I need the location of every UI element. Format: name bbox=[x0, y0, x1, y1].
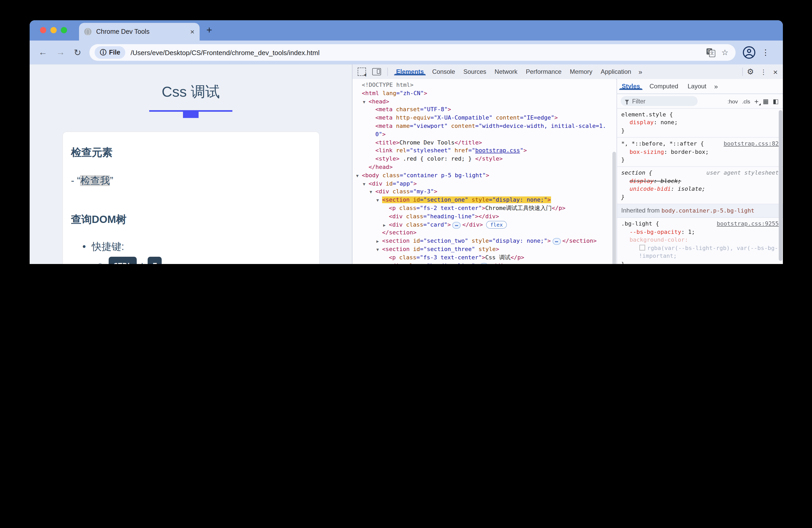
toolbar-separator bbox=[387, 68, 388, 76]
sub-list-item: CTRL + F bbox=[98, 257, 310, 264]
ellipsis-badge[interactable]: … bbox=[452, 222, 461, 229]
sidebar-toggle-icon[interactable]: ◧ bbox=[773, 98, 779, 105]
tab-close-icon[interactable]: × bbox=[190, 28, 194, 36]
file-chip-label: File bbox=[109, 49, 120, 56]
css-property[interactable]: box-sizing: border-box; bbox=[621, 148, 779, 156]
collapse-arrow-icon[interactable]: ▼ bbox=[376, 246, 379, 254]
css-property[interactable]: --bs-bg-opacity: 1; bbox=[621, 228, 779, 236]
dom-tree-line[interactable]: <!DOCTYPE html> bbox=[352, 81, 613, 89]
devtools-tab-console[interactable]: Console bbox=[428, 68, 459, 75]
stylesheet-source-link[interactable]: bootstrap.css:82 bbox=[720, 140, 779, 148]
css-property[interactable]: !important; bbox=[621, 252, 779, 260]
minimize-window-button[interactable] bbox=[50, 27, 57, 33]
dom-tree-line[interactable]: </head> bbox=[352, 163, 613, 172]
dom-tree-line[interactable]: <title>Chrome Dev Tools</title> bbox=[352, 138, 613, 147]
dom-tree-line[interactable]: <meta name="viewport" content="width=dev… bbox=[352, 122, 613, 130]
content-card: 检查元素 - “检查我” 查询DOM树 快捷键:CTRL + FCommand … bbox=[62, 131, 319, 264]
css-rule[interactable]: section {user agent stylesheetdisplay: b… bbox=[617, 167, 783, 204]
dom-tree-line[interactable]: <div class="heading-line"></div> bbox=[352, 212, 613, 221]
css-property[interactable]: display: none; bbox=[621, 119, 779, 127]
dom-tree-line[interactable]: ▶<div class="card">…</div>flex bbox=[352, 221, 613, 229]
flex-badge[interactable]: flex bbox=[486, 221, 507, 229]
collapse-arrow-icon[interactable]: ▼ bbox=[369, 188, 372, 197]
expand-arrow-icon[interactable]: ▶ bbox=[376, 237, 379, 246]
close-window-button[interactable] bbox=[40, 27, 46, 33]
collapse-arrow-icon[interactable]: ▼ bbox=[363, 180, 365, 188]
elements-vertical-scrollbar[interactable] bbox=[612, 152, 616, 264]
dom-tree-line[interactable]: <p class="fs-3 text-center">Css 调试</p> bbox=[352, 253, 613, 262]
tab-strip: Chrome Dev Tools × + bbox=[30, 20, 783, 41]
translate-icon[interactable]: G文 bbox=[707, 48, 715, 57]
dom-tree-line[interactable]: ▶<section id="section_two" style="displa… bbox=[352, 237, 613, 245]
file-scheme-chip[interactable]: ⓘ File bbox=[95, 46, 126, 59]
zoom-window-button[interactable] bbox=[61, 27, 67, 33]
dom-tree-line[interactable]: <p class="fs-2 text-center">Chrome调试工具快速… bbox=[352, 204, 613, 212]
kbd-key: F bbox=[148, 257, 162, 264]
dom-tree-line[interactable]: ▼<section id="section_one" style="displa… bbox=[352, 196, 613, 204]
reload-icon[interactable]: ↻ bbox=[74, 47, 81, 58]
dom-tree-line[interactable]: <meta charset="UTF-8"> bbox=[352, 106, 613, 114]
dom-tree-line[interactable]: ▼<section id="section_three" style> bbox=[352, 245, 613, 254]
dom-tree-line[interactable]: <html lang="zh-CN"> bbox=[352, 89, 613, 98]
css-property[interactable]: unicode-bidi: isolate; bbox=[621, 185, 779, 193]
devtools-tab-performance[interactable]: Performance bbox=[522, 68, 566, 75]
devtools-menu-kebab-icon[interactable]: ⋮ bbox=[760, 68, 767, 76]
styles-more-tabs-icon[interactable]: » bbox=[711, 82, 721, 90]
new-style-rule-icon[interactable]: + bbox=[754, 97, 758, 105]
back-icon[interactable]: ← bbox=[39, 47, 47, 58]
browser-menu-kebab-icon[interactable]: ⋮ bbox=[762, 48, 770, 57]
settings-gear-icon[interactable]: ⚙ bbox=[747, 67, 754, 76]
rendering-emulation-icon[interactable]: ▦ bbox=[763, 98, 769, 105]
expand-arrow-icon[interactable]: ▶ bbox=[383, 221, 386, 230]
dom-tree-line[interactable]: 0"> bbox=[352, 130, 613, 139]
toggle-class-button[interactable]: .cls bbox=[742, 98, 750, 104]
device-toolbar-icon[interactable] bbox=[372, 68, 381, 75]
ellipsis-badge[interactable]: … bbox=[552, 238, 561, 245]
css-property[interactable]: display: block; bbox=[621, 177, 779, 185]
stylesheet-source-link[interactable]: bootstrap.css:9255 bbox=[713, 220, 779, 228]
inspect-element-icon[interactable] bbox=[358, 68, 366, 76]
css-property[interactable]: background-color: bbox=[621, 236, 779, 244]
collapse-arrow-icon[interactable]: ▼ bbox=[363, 98, 365, 106]
bookmark-star-icon[interactable]: ☆ bbox=[722, 48, 728, 57]
devtools-tab-elements[interactable]: Elements bbox=[392, 68, 428, 75]
dom-tree-line[interactable]: ▶<div class="heading-line">…</div> bbox=[352, 262, 613, 264]
transparent-color-swatch[interactable] bbox=[639, 245, 645, 250]
browser-tab[interactable]: Chrome Dev Tools × bbox=[79, 23, 200, 41]
dom-tree-line[interactable]: ▼<div id="app"> bbox=[352, 179, 613, 188]
css-property[interactable]: rgba(var(--bs-light-rgb), var(--bs-bg- bbox=[621, 244, 779, 252]
sidebar-tab-styles[interactable]: Styles bbox=[617, 82, 645, 90]
more-tabs-icon[interactable]: » bbox=[635, 68, 645, 76]
collapse-arrow-icon[interactable]: ▼ bbox=[376, 196, 379, 205]
devtools-tab-sources[interactable]: Sources bbox=[459, 68, 491, 75]
sidebar-tab-computed[interactable]: Computed bbox=[645, 82, 683, 90]
new-tab-button[interactable]: + bbox=[206, 25, 212, 36]
devtools-close-icon[interactable]: × bbox=[773, 67, 778, 76]
url-text[interactable]: /Users/eve/Desktop/CS/Frontend/chrome_de… bbox=[131, 48, 707, 56]
css-rule[interactable]: element.style {display: none;} bbox=[617, 108, 783, 138]
forward-icon[interactable]: → bbox=[56, 47, 65, 58]
css-rule[interactable]: *, *::before, *::after {bootstrap.css:82… bbox=[617, 138, 783, 167]
sidebar-tab-layout[interactable]: Layout bbox=[683, 82, 711, 90]
devtools-tab-memory[interactable]: Memory bbox=[566, 68, 596, 75]
tab-title: Chrome Dev Tools bbox=[96, 28, 187, 35]
dom-tree-line[interactable]: ▼<div class="my-3"> bbox=[352, 188, 613, 196]
devtools-tab-application[interactable]: Application bbox=[596, 68, 635, 75]
collapse-arrow-icon[interactable]: ▼ bbox=[356, 172, 359, 180]
inherited-from-selector[interactable]: body.container.p-5.bg-light bbox=[662, 207, 755, 214]
toggle-hover-button[interactable]: :hov bbox=[727, 98, 738, 104]
url-bar[interactable]: ⓘ File /Users/eve/Desktop/CS/Frontend/ch… bbox=[90, 44, 736, 61]
dom-tree-line[interactable]: <style> .red { color: red; } </style> bbox=[352, 155, 613, 163]
dom-tree-line[interactable]: ▼<head> bbox=[352, 98, 613, 106]
ellipsis-badge[interactable]: … bbox=[480, 263, 488, 264]
devtools-tab-network[interactable]: Network bbox=[491, 68, 522, 75]
dom-tree-line[interactable]: </section> bbox=[352, 229, 613, 237]
dom-tree-line[interactable]: ▼<body class="container p-5 bg-light"> bbox=[352, 172, 613, 180]
dom-tree-line[interactable]: <link rel="stylesheet" href="bootstrap.c… bbox=[352, 147, 613, 155]
dom-tree-line[interactable]: <meta http-equiv="X-UA-Compatible" conte… bbox=[352, 114, 613, 122]
styles-filter-input[interactable]: Filter bbox=[621, 96, 698, 106]
styles-vertical-scrollbar[interactable] bbox=[779, 110, 782, 261]
profile-avatar-icon[interactable] bbox=[743, 46, 756, 59]
css-rule[interactable]: .bg-light {bootstrap.css:9255--bs-bg-opa… bbox=[617, 218, 783, 264]
expand-arrow-icon[interactable]: ▶ bbox=[383, 262, 386, 264]
